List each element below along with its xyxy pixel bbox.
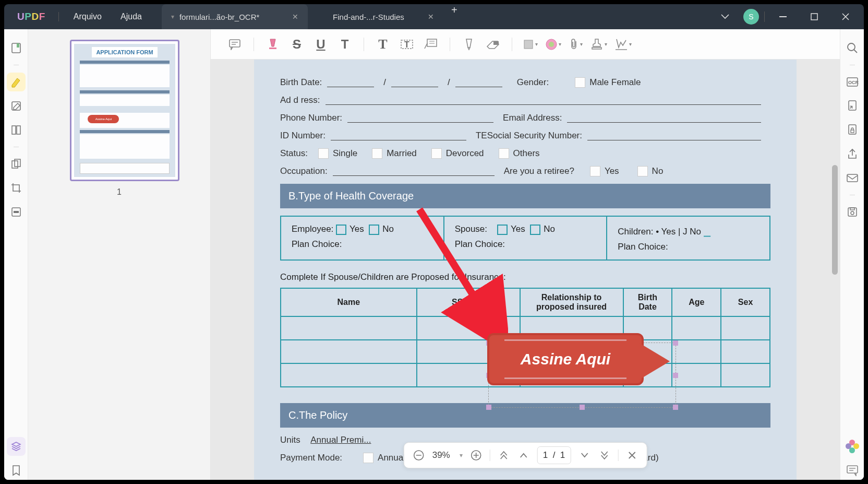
signature-dropdown[interactable]: ▾ — [614, 38, 632, 51]
zoom-pagination-bar: 39%▾ 1 / 1 — [404, 442, 647, 468]
last-page-button[interactable] — [598, 451, 610, 459]
strikethrough-icon[interactable]: S — [288, 36, 305, 53]
annual-cb[interactable] — [363, 453, 373, 463]
section-b-header: B.Type of Health Coverage — [280, 184, 770, 208]
copy-icon[interactable] — [7, 155, 26, 173]
maximize-button[interactable] — [801, 6, 827, 27]
emp-yes-cb[interactable] — [336, 225, 346, 235]
retiree-no-checkbox[interactable] — [637, 166, 648, 176]
svg-rect-0 — [779, 16, 787, 17]
text-icon[interactable]: T — [375, 36, 391, 53]
redact-icon[interactable] — [7, 203, 26, 221]
zoom-out-button[interactable] — [413, 450, 425, 461]
search-icon[interactable] — [843, 39, 862, 57]
status-label: Status: — [280, 148, 308, 159]
male-female-label: Male Female — [589, 77, 641, 88]
sp-no-cb[interactable] — [530, 225, 540, 235]
comment-panel-icon[interactable] — [843, 461, 862, 480]
underline-icon[interactable]: U — [312, 36, 329, 53]
menu-arquivo[interactable]: Arquivo — [64, 7, 111, 27]
svg-point-23 — [549, 42, 554, 47]
edit-icon[interactable] — [7, 97, 26, 115]
zoom-in-button[interactable] — [470, 450, 483, 461]
close-tab-icon[interactable]: ✕ — [292, 13, 298, 21]
comment-icon[interactable] — [226, 36, 243, 53]
protect-icon[interactable] — [843, 121, 862, 139]
email-icon[interactable] — [843, 169, 862, 187]
svg-rect-17 — [427, 39, 437, 46]
convert-icon[interactable] — [843, 97, 862, 115]
bookmark-icon[interactable] — [7, 39, 26, 57]
prev-page-button[interactable] — [517, 452, 530, 458]
tab-active[interactable]: ▾ formulari...ão-br_OCR* ✕ — [162, 4, 308, 29]
layers-icon[interactable] — [7, 437, 26, 456]
scrollbar-thumb[interactable] — [832, 165, 838, 275]
single-checkbox[interactable] — [318, 148, 329, 159]
emp-no-cb[interactable] — [369, 225, 379, 235]
stamp-object[interactable]: Assine Aqui — [487, 333, 675, 396]
main-view: S U T T T ▾ ▾ ▾ ▾ ▾ Birth D — [211, 29, 840, 480]
close-tab-icon[interactable]: ✕ — [428, 13, 434, 21]
page-thumbnail[interactable]: APPLICATION FORM Assine Aqui — [70, 40, 179, 181]
minimize-button[interactable] — [770, 6, 796, 27]
svg-rect-36 — [849, 101, 856, 110]
next-page-button[interactable] — [578, 452, 590, 458]
page-indicator[interactable]: 1 / 1 — [537, 446, 571, 464]
close-bar-button[interactable] — [625, 451, 638, 459]
first-page-button[interactable] — [498, 451, 510, 459]
svg-rect-1 — [811, 14, 817, 20]
svg-line-33 — [854, 50, 857, 53]
pencil-icon[interactable] — [461, 36, 477, 53]
svg-rect-10 — [14, 211, 19, 213]
chevron-down-icon[interactable] — [712, 6, 738, 27]
married-checkbox[interactable] — [372, 148, 382, 159]
svg-rect-42 — [850, 208, 854, 210]
complete-if-label: Complete If Spouse/Children are Proposed… — [280, 272, 770, 282]
squiggly-icon[interactable]: T — [336, 36, 353, 53]
retiree-yes-checkbox[interactable] — [590, 166, 600, 176]
bookmark-bottom-icon[interactable] — [7, 461, 26, 480]
pdf-page[interactable]: Birth Date: / / Gender: Male Female Ad d… — [254, 60, 797, 480]
highlighter-icon[interactable] — [7, 73, 26, 91]
right-rail: OCR — [840, 29, 864, 480]
stamp-dropdown[interactable]: ▾ — [590, 38, 607, 51]
textbox-icon[interactable]: T — [399, 36, 415, 53]
svg-text:T: T — [404, 40, 409, 49]
titlebar: UPDF Arquivo Ajuda ▾ formulari...ão-br_O… — [4, 4, 864, 29]
user-avatar[interactable]: S — [743, 9, 759, 25]
highlight-icon[interactable] — [264, 36, 281, 53]
share-icon[interactable] — [843, 145, 862, 163]
sp-yes-cb[interactable] — [497, 225, 508, 235]
zoom-level-select[interactable]: 39%▾ — [432, 450, 463, 461]
attachment-dropdown[interactable]: ▾ — [569, 38, 583, 51]
close-button[interactable] — [833, 6, 859, 27]
others-checkbox[interactable] — [499, 148, 509, 159]
ai-flower-icon[interactable] — [843, 437, 862, 456]
menu-ajuda[interactable]: Ajuda — [111, 7, 151, 27]
eraser-icon[interactable] — [485, 36, 501, 53]
tab-inactive[interactable]: Find-and-...r-Studies ✕ — [308, 4, 443, 29]
ocr-icon[interactable]: OCR — [843, 73, 862, 91]
gender-checkbox[interactable] — [575, 77, 585, 88]
crop-icon[interactable] — [7, 179, 26, 197]
new-tab-button[interactable]: + — [451, 4, 457, 29]
shape-dropdown[interactable]: ▾ — [523, 39, 538, 50]
birth-date-label: Birth Date: — [280, 77, 322, 88]
svg-rect-5 — [12, 126, 16, 134]
save-icon[interactable] — [843, 203, 862, 221]
svg-rect-21 — [524, 40, 533, 49]
pages-icon[interactable] — [7, 121, 26, 139]
annotation-toolbar: S U T T T ▾ ▾ ▾ ▾ ▾ — [211, 29, 840, 60]
email-label: Email Address: — [503, 113, 562, 123]
svg-rect-14 — [269, 48, 276, 49]
sticker-dropdown[interactable]: ▾ — [545, 38, 561, 51]
ssn-label: TESocial Security Number: — [476, 131, 582, 141]
gender-label: Gender: — [517, 77, 549, 88]
payment-mode-label: Payment Mode: — [280, 453, 342, 463]
tab-active-label: formulari...ão-br_OCR* — [179, 13, 284, 21]
callout-icon[interactable] — [423, 36, 439, 53]
divorced-checkbox[interactable] — [431, 148, 442, 159]
svg-rect-3 — [17, 43, 19, 48]
thumb-page-number: 1 — [70, 187, 168, 197]
thumb-title: APPLICATION FORM — [92, 47, 157, 57]
